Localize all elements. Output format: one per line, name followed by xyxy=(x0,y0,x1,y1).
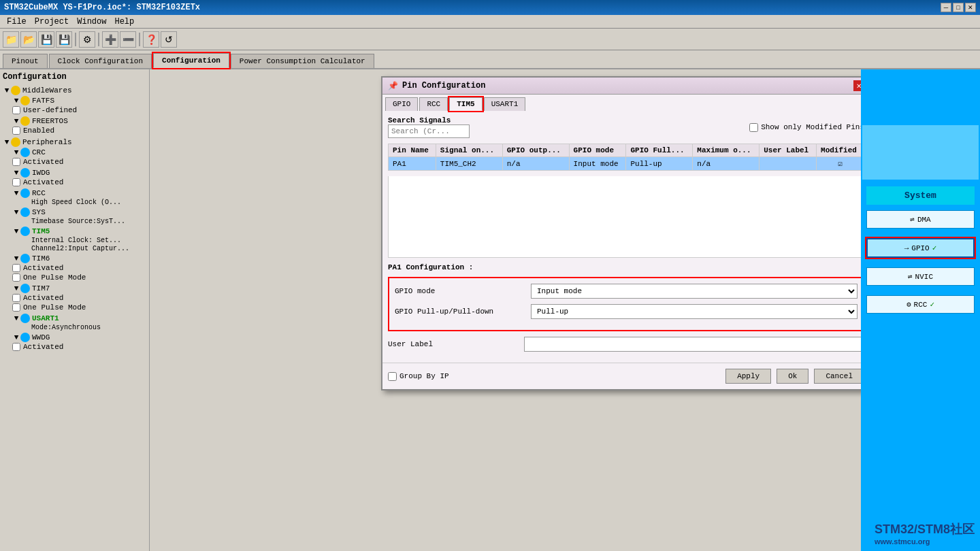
tim6-onepulse-checkbox[interactable] xyxy=(12,273,20,282)
tab-power[interactable]: Power Consumption Calculator xyxy=(231,54,374,68)
tree-crc: ▼ CRC Activated xyxy=(3,147,146,167)
tim7-activated-checkbox[interactable] xyxy=(12,294,20,302)
tree-fatfs: ▼ FATFS User-defined xyxy=(3,95,146,116)
search-input[interactable] xyxy=(388,124,470,138)
freertos-text: FREERTOS xyxy=(32,117,68,125)
menu-project[interactable]: Project xyxy=(31,16,73,28)
crc-activated-checkbox[interactable] xyxy=(12,158,20,166)
usart1-label[interactable]: ▼ USART1 xyxy=(12,314,146,323)
th-user-label: User Label xyxy=(760,144,817,157)
user-label-input[interactable] xyxy=(524,337,864,352)
toolbar-saveas[interactable]: 💾 xyxy=(56,31,72,48)
user-defined-checkbox[interactable] xyxy=(12,106,20,114)
gpio-icon: → xyxy=(904,244,909,252)
tim6-text: TIM6 xyxy=(32,254,50,263)
tim7-label[interactable]: ▼ TIM7 xyxy=(12,284,146,293)
menu-file[interactable]: File xyxy=(3,16,31,28)
td-signal-on: TIM5_CH2 xyxy=(436,157,502,171)
ok-button[interactable]: Ok xyxy=(777,369,808,384)
rcc-button[interactable]: ⚙ RCC ✓ xyxy=(866,295,975,314)
toolbar-open[interactable]: 📂 xyxy=(20,31,37,48)
toolbar-new[interactable]: 📁 xyxy=(3,31,19,48)
toolbar-add[interactable]: ➕ xyxy=(102,31,118,48)
sidebar-title: Configuration xyxy=(3,72,146,82)
expand-fatfs: ▼ xyxy=(12,97,20,105)
rcc-check-icon: ✓ xyxy=(930,300,934,309)
tim7-text: TIM7 xyxy=(32,284,50,293)
group-by-ip-checkbox[interactable] xyxy=(388,372,397,381)
th-modified: Modified xyxy=(817,144,864,157)
toolbar-save[interactable]: 💾 xyxy=(38,31,54,48)
tim5-internal-item: Internal Clock: Set... xyxy=(12,236,146,244)
cancel-button[interactable]: Cancel xyxy=(814,369,864,384)
dialog-title-label: Pin Configuration xyxy=(402,81,485,90)
dialog-tab-usart1[interactable]: USART1 xyxy=(484,97,526,111)
dialog-tab-gpio[interactable]: GPIO xyxy=(385,97,418,111)
gpio-check-icon: ✓ xyxy=(932,244,937,252)
iwdg-label[interactable]: ▼ IWDG xyxy=(12,168,146,178)
config-border-box: GPIO mode Input mode Output Push Pull Ou… xyxy=(388,277,864,331)
menu-help[interactable]: Help xyxy=(110,16,138,28)
toolbar-generate[interactable]: ⚙ xyxy=(79,31,95,48)
dma-icon: ⇌ xyxy=(910,215,915,224)
sys-timebase-item: Timebase Source:SysT... xyxy=(12,217,146,225)
enabled-checkbox[interactable] xyxy=(12,127,20,135)
gpio-mode-select[interactable]: Input mode Output Push Pull Output Open … xyxy=(531,284,858,299)
apply-button[interactable]: Apply xyxy=(725,369,771,384)
tim6-activated-checkbox[interactable] xyxy=(12,264,20,272)
usart1-text: USART1 xyxy=(32,314,59,322)
dialog-tab-tim5[interactable]: TIM5 xyxy=(449,97,482,111)
crc-activated-item: Activated xyxy=(12,157,146,167)
tim7-activated-item: Activated xyxy=(12,293,146,303)
maximize-button[interactable]: □ xyxy=(953,3,964,12)
wwdg-label[interactable]: ▼ WWDG xyxy=(12,333,146,342)
sys-timebase-label: Timebase Source:SysT... xyxy=(31,218,125,225)
menu-window[interactable]: Window xyxy=(73,16,110,28)
nvic-label: NVIC xyxy=(915,273,933,281)
show-modified-checkbox[interactable] xyxy=(749,123,758,132)
usart1-mode-label: Mode:Asynchronous xyxy=(31,324,101,331)
tim5-label[interactable]: ▼ TIM5 xyxy=(12,227,146,236)
gpio-pullup-select[interactable]: Pull-up Pull-down No pull-up and no pull… xyxy=(531,304,858,319)
expand-tim7: ▼ xyxy=(12,284,20,293)
dialog-title-bar: 📌 Pin Configuration ✕ xyxy=(382,78,870,95)
table-row[interactable]: PA1 TIM5_CH2 n/a Input mode Pull-up n/a … xyxy=(389,157,864,171)
middlewares-label[interactable]: ▼ MiddleWares xyxy=(3,86,146,95)
tim7-onepulse-checkbox[interactable] xyxy=(12,303,20,312)
table-header-row: Pin Name Signal on... GPIO outp... GPIO … xyxy=(389,144,864,157)
freertos-label[interactable]: ▼ FREERTOS xyxy=(12,116,146,126)
wwdg-activated-checkbox[interactable] xyxy=(12,343,20,351)
td-gpio-outp: n/a xyxy=(502,157,569,171)
user-defined-item: User-defined xyxy=(12,105,146,115)
tree-wwdg: ▼ WWDG Activated xyxy=(3,332,146,352)
nvic-button[interactable]: ⇌ NVIC xyxy=(866,267,975,286)
peripherals-label[interactable]: ▼ Peripherals xyxy=(3,137,146,147)
sys-icon xyxy=(20,207,30,217)
minimize-button[interactable]: ─ xyxy=(941,3,951,12)
sys-label[interactable]: ▼ SYS xyxy=(12,207,146,217)
fatfs-text: FATFS xyxy=(32,97,54,105)
tim5-icon xyxy=(20,227,30,236)
sidebar: Configuration ▼ MiddleWares ▼ FATFS xyxy=(0,69,150,551)
th-maximum-o: Maximum o... xyxy=(693,144,760,157)
iwdg-activated-checkbox[interactable] xyxy=(12,178,20,186)
close-button[interactable]: ✕ xyxy=(965,3,976,12)
toolbar-remove[interactable]: ➖ xyxy=(120,31,136,48)
pa1-config-title: PA1 Configuration : xyxy=(388,263,864,271)
tim6-icon xyxy=(20,254,30,263)
rcc-hsc-item: High Speed Clock (O... xyxy=(12,198,146,206)
gpio-button[interactable]: → GPIO ✓ xyxy=(866,238,975,258)
tab-configuration[interactable]: Configuration xyxy=(153,53,229,68)
tree-tim7: ▼ TIM7 Activated One Pulse Mode xyxy=(3,283,146,313)
fatfs-label[interactable]: ▼ FATFS xyxy=(12,96,146,105)
tab-clock[interactable]: Clock Configuration xyxy=(49,54,152,68)
toolbar-refresh[interactable]: ↺ xyxy=(161,31,177,48)
toolbar-help[interactable]: ❓ xyxy=(143,31,159,48)
tab-pinout[interactable]: Pinout xyxy=(3,54,48,68)
dma-button[interactable]: ⇌ DMA xyxy=(866,210,975,229)
expand-usart1: ▼ xyxy=(12,314,20,322)
tim6-label[interactable]: ▼ TIM6 xyxy=(12,254,146,263)
crc-label[interactable]: ▼ CRC xyxy=(12,148,146,157)
dialog-tab-rcc[interactable]: RCC xyxy=(419,97,448,111)
rcc-label[interactable]: ▼ RCC xyxy=(12,188,146,198)
